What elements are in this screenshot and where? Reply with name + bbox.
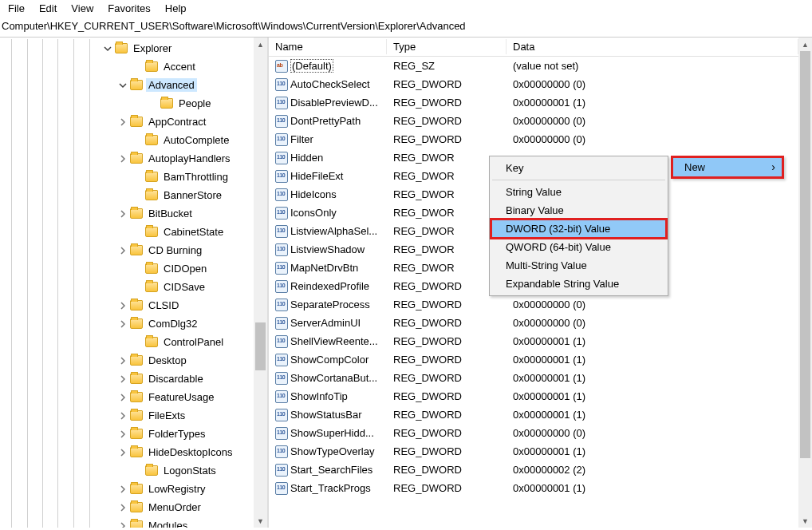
value-name: SeparateProcess — [290, 299, 370, 310]
tree-item[interactable]: Explorer — [0, 39, 254, 57]
tree-item[interactable]: Accent — [0, 57, 254, 76]
tree-item[interactable]: Discardable — [0, 370, 254, 388]
chevron-right-icon[interactable] — [117, 208, 128, 220]
value-row[interactable]: ShowTypeOverlayREG_DWORD0x00000001 (1) — [269, 442, 798, 461]
reg-dword-icon — [275, 152, 288, 164]
folder-icon — [145, 337, 158, 347]
context-menu-item[interactable]: String Value — [491, 183, 666, 201]
chevron-right-icon[interactable] — [117, 410, 128, 421]
tree-item[interactable]: Advanced — [0, 76, 254, 94]
menu-favorites[interactable]: Favorites — [108, 2, 150, 14]
chevron-down-icon[interactable] — [102, 43, 113, 54]
values-scrollbar[interactable]: ▲ ▼ — [798, 38, 812, 528]
column-name[interactable]: Name — [269, 39, 387, 54]
tree-item[interactable]: FeatureUsage — [0, 388, 254, 406]
value-row[interactable]: FilterREG_DWORD0x00000000 (0) — [269, 130, 798, 148]
tree-item[interactable]: Modules — [0, 516, 254, 528]
value-name: (Default) — [290, 59, 333, 73]
context-menu-item[interactable]: DWORD (32-bit) Value — [491, 220, 666, 238]
folder-icon — [145, 172, 158, 182]
tree-item[interactable]: BitBucket — [0, 204, 254, 223]
context-menu-item[interactable]: Binary Value — [491, 201, 666, 220]
chevron-right-icon[interactable] — [117, 502, 128, 513]
value-row[interactable]: AutoCheckSelectREG_DWORD0x00000000 (0) — [269, 75, 798, 93]
chevron-down-icon[interactable] — [117, 80, 128, 91]
value-name: ServerAdminUI — [290, 317, 361, 329]
tree-item[interactable]: ControlPanel — [0, 333, 254, 351]
value-row[interactable]: ShowStatusBarREG_DWORD0x00000001 (1) — [269, 405, 798, 424]
tree-item[interactable]: CD Burning — [0, 241, 254, 259]
tree-item[interactable]: People — [0, 94, 254, 113]
address-bar[interactable]: Computer\HKEY_CURRENT_USER\Software\Micr… — [0, 15, 812, 38]
menu-view[interactable]: View — [71, 2, 93, 14]
tree-item[interactable]: FolderTypes — [0, 425, 254, 443]
chevron-right-icon[interactable] — [117, 153, 128, 164]
tree-item[interactable]: ComDlg32 — [0, 314, 254, 333]
chevron-right-icon[interactable] — [117, 117, 128, 128]
scroll-up-icon[interactable]: ▲ — [254, 38, 267, 51]
tree-item[interactable]: AutoplayHandlers — [0, 149, 254, 168]
tree-item[interactable]: Desktop — [0, 351, 254, 370]
chevron-right-icon[interactable] — [117, 484, 128, 495]
tree-item[interactable]: MenuOrder — [0, 498, 254, 516]
folder-icon — [130, 355, 143, 366]
chevron-right-icon[interactable] — [117, 392, 128, 403]
context-menu-item[interactable]: Multi-String Value — [491, 256, 666, 275]
scroll-up-icon[interactable]: ▲ — [798, 38, 812, 51]
scroll-down-icon[interactable]: ▼ — [798, 514, 812, 528]
chevron-right-icon[interactable] — [117, 447, 128, 458]
tree-item[interactable]: LowRegistry — [0, 480, 254, 498]
chevron-right-icon[interactable] — [117, 429, 128, 440]
tree-item[interactable]: CLSID — [0, 296, 254, 314]
value-row[interactable]: DontPrettyPathREG_DWORD0x00000000 (0) — [269, 112, 798, 130]
value-row[interactable]: ShowSuperHidd...REG_DWORD0x00000000 (0) — [269, 424, 798, 442]
chevron-right-icon[interactable] — [117, 355, 128, 366]
value-row[interactable]: DisablePreviewD...REG_DWORD0x00000001 (1… — [269, 93, 798, 112]
column-data[interactable]: Data — [507, 39, 798, 54]
value-type: REG_DWORD — [387, 482, 507, 494]
chevron-right-icon[interactable] — [117, 318, 128, 330]
context-menu-item-key[interactable]: Key — [491, 159, 666, 177]
scroll-down-icon[interactable]: ▼ — [254, 514, 267, 528]
tree-item[interactable]: CIDOpen — [0, 259, 254, 278]
tree-item[interactable]: CabinetState — [0, 223, 254, 241]
value-row[interactable]: (Default)REG_SZ(value not set) — [269, 57, 798, 75]
reg-dword-icon — [275, 262, 288, 275]
tree-item[interactable]: BamThrottling — [0, 168, 254, 186]
reg-dword-icon — [275, 372, 288, 385]
chevron-right-icon[interactable] — [117, 520, 128, 528]
chevron-right-icon[interactable] — [117, 245, 128, 256]
value-row[interactable]: ShowCortanaBut...REG_DWORD0x00000001 (1) — [269, 369, 798, 387]
value-row[interactable]: ShowCompColorREG_DWORD0x00000001 (1) — [269, 350, 798, 369]
value-row[interactable]: ShowInfoTipREG_DWORD0x00000001 (1) — [269, 387, 798, 405]
value-row[interactable]: SeparateProcessREG_DWORD0x00000000 (0) — [269, 295, 798, 314]
value-row[interactable]: ShellViewReente...REG_DWORD0x00000001 (1… — [269, 332, 798, 350]
tree-item[interactable]: HideDesktopIcons — [0, 443, 254, 461]
value-row[interactable]: Start_TrackProgsREG_DWORD0x00000001 (1) — [269, 479, 798, 497]
tree-scrollbar[interactable]: ▲ ▼ — [254, 38, 267, 528]
menu-help[interactable]: Help — [165, 2, 187, 14]
tree-item[interactable]: LogonStats — [0, 461, 254, 480]
tree-item[interactable]: CIDSave — [0, 278, 254, 296]
scrollbar-thumb[interactable] — [800, 51, 810, 458]
column-headers[interactable]: Name Type Data — [269, 38, 798, 57]
value-row[interactable]: Start_SearchFilesREG_DWORD0x00000002 (2) — [269, 461, 798, 479]
tree-item[interactable]: BannerStore — [0, 186, 254, 204]
tree-item[interactable]: AutoComplete — [0, 131, 254, 149]
chevron-right-icon[interactable] — [117, 300, 128, 311]
scrollbar-thumb[interactable] — [255, 322, 266, 370]
context-menu-item[interactable]: Expandable String Value — [491, 275, 666, 293]
context-submenu-new[interactable]: Key String ValueBinary ValueDWORD (32-bi… — [489, 156, 668, 296]
column-type[interactable]: Type — [387, 39, 507, 54]
tree-item[interactable]: FileExts — [0, 406, 254, 425]
menu-edit[interactable]: Edit — [39, 2, 57, 14]
context-menu-item[interactable]: QWORD (64-bit) Value — [491, 238, 666, 256]
menu-file[interactable]: File — [8, 2, 25, 14]
context-menu-item-new[interactable]: New — [673, 158, 782, 176]
tree-item[interactable]: AppContract — [0, 113, 254, 131]
chevron-right-icon[interactable] — [117, 374, 128, 385]
context-menu-new[interactable]: New — [671, 156, 784, 179]
folder-icon — [130, 117, 143, 127]
value-data: 0x00000000 (0) — [507, 133, 798, 145]
value-row[interactable]: ServerAdminUIREG_DWORD0x00000000 (0) — [269, 314, 798, 332]
